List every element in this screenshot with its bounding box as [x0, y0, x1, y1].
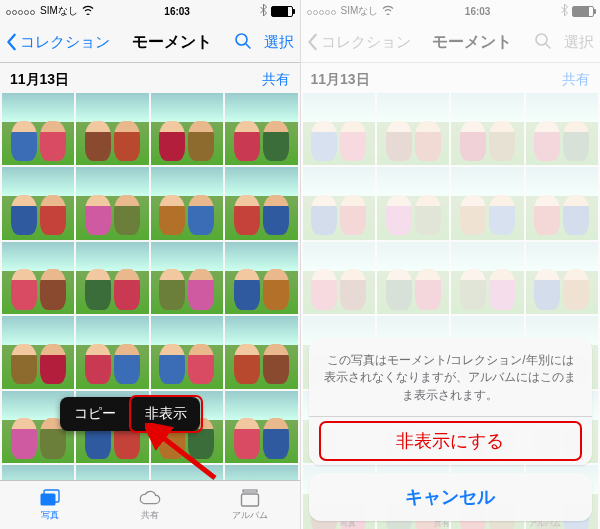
chevron-left-icon [6, 33, 18, 51]
section-date: 11月13日 [10, 71, 69, 89]
photo-thumbnail[interactable] [2, 167, 74, 239]
sheet-cancel-button[interactable]: キャンセル [309, 473, 593, 521]
photo-thumbnail[interactable] [225, 93, 297, 165]
photo-thumbnail[interactable] [2, 316, 74, 388]
tab-albums[interactable]: アルバム [200, 481, 300, 529]
back-button[interactable]: コレクション [6, 33, 110, 52]
photo-thumbnail[interactable] [225, 242, 297, 314]
select-button[interactable]: 選択 [264, 33, 294, 52]
search-button[interactable] [234, 32, 252, 53]
svg-point-0 [236, 34, 247, 45]
status-bar: SIMなし 16:03 [0, 0, 300, 22]
tab-bar: 写真 共有 アルバム [0, 480, 300, 529]
photo-thumbnail[interactable] [76, 316, 148, 388]
tab-shared-label: 共有 [141, 509, 159, 522]
sheet-cancel-label: キャンセル [405, 487, 495, 507]
photo-thumbnail[interactable] [151, 316, 223, 388]
page-title: モーメント [132, 32, 212, 53]
sim-label: SIMなし [40, 4, 78, 18]
clock: 16:03 [164, 6, 190, 17]
svg-rect-4 [241, 494, 258, 506]
tab-shared[interactable]: 共有 [100, 481, 200, 529]
photo-thumbnail[interactable] [76, 242, 148, 314]
photos-icon [38, 488, 62, 508]
photo-thumbnail[interactable] [76, 93, 148, 165]
section-share-button[interactable]: 共有 [262, 71, 290, 89]
photo-thumbnail[interactable] [151, 93, 223, 165]
sheet-hide-action[interactable]: 非表示にする [309, 416, 593, 465]
photo-thumbnail[interactable] [151, 242, 223, 314]
back-label: コレクション [20, 33, 110, 52]
context-copy[interactable]: コピー [60, 397, 130, 431]
nav-bar: コレクション モーメント 選択 [0, 22, 300, 63]
sheet-hide-label: 非表示にする [396, 431, 504, 451]
photo-thumbnail[interactable] [151, 167, 223, 239]
section-header: 11月13日 共有 [0, 63, 300, 93]
photo-thumbnail[interactable] [225, 316, 297, 388]
tab-photos-label: 写真 [41, 509, 59, 522]
albums-icon [238, 488, 262, 508]
cloud-icon [138, 488, 162, 508]
action-sheet: この写真はモーメント/コレクション/年別には表示されなくなりますが、アルバムには… [309, 338, 593, 521]
svg-rect-2 [40, 494, 55, 506]
photo-thumbnail[interactable] [76, 167, 148, 239]
tab-albums-label: アルバム [232, 509, 268, 522]
tab-photos[interactable]: 写真 [0, 481, 100, 529]
svg-rect-3 [243, 490, 257, 492]
wifi-icon [82, 5, 94, 17]
bluetooth-icon [260, 4, 267, 18]
annotation-arrow-icon [145, 423, 225, 483]
photo-thumbnail[interactable] [225, 167, 297, 239]
battery-icon [271, 6, 293, 17]
photo-thumbnail[interactable] [225, 391, 297, 463]
sheet-message: この写真はモーメント/コレクション/年別には表示されなくなりますが、アルバムには… [309, 338, 593, 416]
photo-thumbnail[interactable] [2, 242, 74, 314]
signal-dots-icon [6, 6, 36, 17]
photo-thumbnail[interactable] [2, 93, 74, 165]
search-icon [234, 32, 252, 50]
